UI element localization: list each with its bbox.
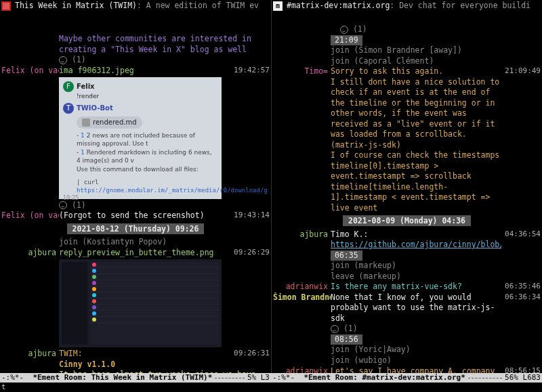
left-pane: This Week in Matrix (TWIM): A new editio… xyxy=(0,0,271,374)
message-body: Is there any matrix-vue-sdk? xyxy=(331,282,501,292)
smile-reaction-icon[interactable] xyxy=(59,201,67,209)
message-timestamp: 19:42:57 xyxy=(230,66,270,76)
message-sender: ajbura xyxy=(1,349,59,360)
file-icon xyxy=(82,118,90,127)
message-timestamp: 09:26:31 xyxy=(230,349,270,359)
time-pill: 21:09 xyxy=(331,35,362,46)
message-body: TWIM: xyxy=(59,349,230,360)
room-header-right: m #matrix-dev:matrix.org: Dev chat for e… xyxy=(272,0,542,12)
message-body[interactable]: ima f906312.jpeg xyxy=(59,66,230,77)
modeline-left: -:%*- *Ement Room: This Week in Matrix (… xyxy=(0,373,271,383)
modeline-right: -:%*- *Ement Room: #matrix-dev:matrix.or… xyxy=(271,373,542,383)
image-embed[interactable] xyxy=(59,259,222,347)
message-timestamp: 21:09:49 xyxy=(501,66,541,77)
room-topic: : Dev chat for everyone buildi xyxy=(390,1,530,10)
message-timestamp: 19:43:14 xyxy=(230,211,270,221)
message-sender: Šimon Brandner xyxy=(273,292,331,303)
minibuffer[interactable]: t xyxy=(0,383,542,392)
room-favicon: m xyxy=(273,1,283,11)
membership-event: join (Yoric|Away) xyxy=(331,345,541,355)
message-sender: ajbura xyxy=(273,230,331,240)
membership-event: join (Caporal Clément) xyxy=(331,56,541,67)
message-timestamp: 06:35:46 xyxy=(501,282,541,292)
room-topic: : A new edition of TWIM ev xyxy=(137,1,259,10)
membership-event: join (Šimon Brandner [away]) xyxy=(331,45,541,56)
time-pill: 08:56 xyxy=(331,334,362,345)
membership-event: join (markeup) xyxy=(331,261,541,271)
room-favicon xyxy=(1,1,11,11)
message-body: None that I know of, you would probably … xyxy=(331,292,501,324)
message-timestamp: 06:36:34 xyxy=(501,292,541,303)
avatar-icon: F xyxy=(63,81,74,92)
message-timestamp: 04:36:54 xyxy=(501,230,541,240)
message-link[interactable]: https://github.com/ajbura/cinny/blob/39b… xyxy=(331,240,501,249)
membership-event: leave (markeup) xyxy=(331,271,541,282)
message-sender: ajbura xyxy=(1,248,59,259)
time-pill: 06:35 xyxy=(331,251,362,261)
right-pane: m #matrix-dev:matrix.org: Dev chat for e… xyxy=(271,0,542,374)
membership-event: join (wubigo) xyxy=(331,355,541,366)
message-body: Maybe other communities are interested i… xyxy=(59,34,270,55)
message-sender: adrianwix xyxy=(273,282,331,292)
message-body[interactable]: reply_preview_in_butter_theme.png xyxy=(59,248,230,259)
message-sender: Felix (on vaca xyxy=(1,66,59,77)
message-list-right[interactable]: (1) 21:09 join (Šimon Brandner [away]) j… xyxy=(272,12,542,374)
image-embed[interactable]: F Felix !render T TWIO-Bot rendered.md -… xyxy=(59,77,222,199)
message-sender: Felix (on vaca xyxy=(1,211,59,221)
date-separator: 2021-08-09 (Monday) 04:36 xyxy=(272,216,542,227)
date-separator: 2021-08-12 (Thursday) 09:26 xyxy=(0,224,271,235)
smile-reaction-icon[interactable] xyxy=(331,325,339,333)
membership-event: join (Kostiantyn Popov) xyxy=(59,237,270,248)
smile-reaction-icon[interactable] xyxy=(340,26,348,34)
message-body: Cinny v1.1.0 xyxy=(59,360,270,370)
message-sender: Timo= xyxy=(273,66,331,77)
message-list-left[interactable]: Maybe other communities are interested i… xyxy=(0,12,271,374)
message-body: (Forgot to send the screenshot) xyxy=(59,211,230,221)
avatar-icon: T xyxy=(63,103,74,114)
message-timestamp: 09:26:29 xyxy=(230,248,270,258)
room-header-left: This Week in Matrix (TWIM): A new editio… xyxy=(0,0,271,12)
smile-reaction-icon[interactable] xyxy=(59,56,67,64)
room-name: #matrix-dev:matrix.org xyxy=(287,1,390,10)
room-name: This Week in Matrix (TWIM) xyxy=(15,1,137,10)
